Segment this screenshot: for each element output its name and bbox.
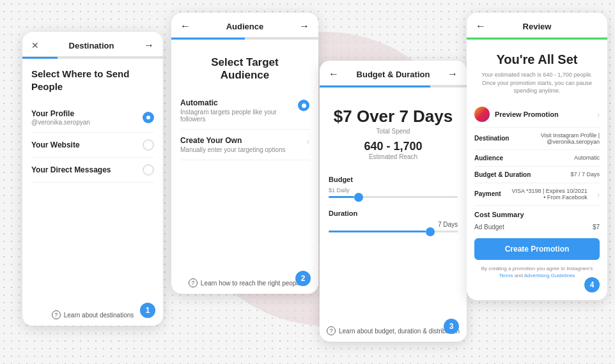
option-website-label: Your Website [31, 140, 80, 149]
radio-website[interactable] [143, 139, 154, 151]
radio-dm[interactable] [143, 164, 154, 176]
review-row-destination: Destination Visit Instagram Profile | @v… [474, 128, 600, 150]
phones-container: ✕ Destination → Select Where to Send Peo… [0, 0, 615, 364]
budget-slider-section: Budget $1 Daily [329, 176, 458, 198]
duration-value: 7 Days [329, 221, 458, 228]
phone4-progress-fill [467, 38, 607, 40]
phone2-section-title: Select Target Audience [180, 56, 309, 82]
phone-destination: ✕ Destination → Select Where to Send Peo… [22, 32, 163, 326]
review-row-audience: Audience Automatic [474, 150, 600, 167]
phone-budget: ← Budget & Duration → $7 Over 7 Days Tot… [320, 61, 467, 342]
terms-text: By creating a promotion you agree to Ins… [474, 265, 600, 279]
step-badge-2: 2 [295, 271, 311, 286]
review-subtitle: Your estimated reach is 640 - 1,700 peop… [474, 71, 600, 95]
step-badge-3: 3 [444, 319, 459, 334]
review-audience-value: Automatic [574, 155, 600, 161]
budget-reach-label: Estimated Reach [329, 153, 458, 160]
create-promotion-button[interactable]: Create Promotion [474, 238, 600, 260]
budget-reach: 640 - 1,700 [329, 140, 458, 153]
cost-summary-title: Cost Summary [474, 211, 600, 218]
phone1-help-text[interactable]: Learn about destinations [64, 312, 134, 319]
audience-custom-label: Create Your Own [180, 136, 286, 145]
terms-prefix: By creating a promotion you agree to Ins… [481, 266, 593, 271]
preview-avatar [474, 107, 490, 122]
phone2-progress-fill [171, 38, 245, 40]
destination-option-dm[interactable]: Your Direct Messages [31, 158, 154, 183]
phone2-back-arrow[interactable]: ← [180, 20, 191, 32]
review-row-budget: Budget & Duration $7 / 7 Days [474, 167, 600, 183]
review-destination-value: Visit Instagram Profile | @veronika.sero… [523, 132, 600, 145]
phone3-forward-arrow[interactable]: → [448, 68, 458, 80]
phone3-help-text[interactable]: Learn about budget, duration & distribut… [339, 328, 460, 335]
duration-slider-section: Duration 7 Days [329, 209, 458, 232]
help-icon-3[interactable]: ? [327, 326, 336, 335]
phone4-title: Review [523, 22, 552, 31]
selected-dot-inner [302, 103, 306, 108]
option-profile-text: Your Profile @veronika.seropyan [31, 109, 90, 126]
help-icon-2[interactable]: ? [189, 278, 198, 287]
duration-thumb[interactable] [426, 227, 435, 236]
chevron-right-icon: › [307, 137, 309, 146]
audience-custom-text: Create Your Own Manually enter your targ… [180, 136, 286, 153]
phone4-back-arrow[interactable]: ← [476, 20, 486, 32]
selected-dot-automatic [298, 100, 309, 111]
preview-chevron: › [597, 110, 600, 119]
option-profile-label: Your Profile [31, 109, 90, 118]
review-budget-value: $7 / 7 Days [570, 171, 600, 178]
audience-automatic-sub: Instagram targets people like your follo… [180, 109, 298, 123]
phone2-progress-bar [171, 38, 318, 40]
destination-option-website[interactable]: Your Website [31, 133, 154, 158]
review-row-payment[interactable]: Payment VISA *3198 | Expires 10/2021 • F… [474, 183, 600, 206]
preview-label: Preview Promotion [495, 110, 597, 118]
terms-link[interactable]: Terms [499, 273, 513, 278]
phone3-back-arrow[interactable]: ← [329, 68, 339, 80]
ad-budget-row: Ad Budget $7 [474, 221, 600, 233]
phone4-header: ← Review [467, 13, 607, 38]
phone1-progress-fill [22, 57, 58, 59]
terms-and: and [515, 273, 523, 278]
duration-label: Duration [329, 209, 458, 217]
phone4-progress-bar [467, 38, 607, 40]
close-icon[interactable]: ✕ [31, 40, 39, 50]
audience-automatic-text: Automatic Instagram targets people like … [180, 98, 298, 123]
help-icon-1[interactable]: ? [52, 310, 61, 319]
phone-audience: ← Audience → Select Target Audience Auto… [171, 13, 318, 294]
phone1-title: Destination [69, 41, 114, 50]
budget-label: Budget [329, 176, 458, 183]
budget-amount: $7 Over 7 Days [329, 107, 458, 126]
review-title: You're All Set [474, 52, 600, 67]
step-badge-1: 1 [140, 303, 155, 318]
audience-automatic-label: Automatic [180, 98, 298, 107]
phone1-forward-arrow[interactable]: → [144, 40, 154, 51]
budget-track [329, 196, 458, 198]
budget-header: $7 Over 7 Days Total Spend 640 - 1,700 E… [329, 96, 458, 167]
payment-chevron: › [597, 190, 600, 199]
phone2-help-text[interactable]: Learn how to reach the right people [201, 280, 301, 287]
phone3-header: ← Budget & Duration → [320, 61, 467, 86]
phone2-forward-arrow[interactable]: → [299, 20, 309, 32]
budget-total-label: Total Spend [329, 128, 458, 135]
duration-track [329, 231, 458, 232]
phone3-body: $7 Over 7 Days Total Spend 640 - 1,700 E… [320, 87, 467, 244]
review-audience-label: Audience [474, 155, 503, 162]
preview-promotion-row[interactable]: Preview Promotion › [474, 102, 600, 128]
destination-option-profile[interactable]: Your Profile @veronika.seropyan [31, 103, 154, 133]
duration-fill [329, 231, 426, 232]
advertising-guidelines-link[interactable]: Advertising Guidelines [524, 273, 575, 278]
phone1-body: Select Where to Send People Your Profile… [22, 59, 163, 192]
audience-option-automatic[interactable]: Automatic Instagram targets people like … [180, 92, 309, 130]
phone-review: ← Review You're All Set Your estimated r… [467, 13, 607, 300]
phone3-progress-bar [320, 86, 467, 87]
phone2-title: Audience [226, 22, 264, 31]
phone3-progress-fill [320, 86, 430, 87]
audience-option-custom[interactable]: Create Your Own Manually enter your targ… [180, 130, 309, 160]
phone1-progress-bar [22, 57, 163, 59]
radio-profile-inner [146, 116, 150, 119]
phone2-body: Select Target Audience Automatic Instagr… [171, 40, 318, 169]
review-budget-label: Budget & Duration [474, 171, 531, 178]
radio-profile[interactable] [143, 112, 154, 123]
phone2-header: ← Audience → [171, 13, 318, 38]
review-destination-label: Destination [474, 135, 509, 142]
phone3-title: Budget & Duration [357, 70, 430, 79]
budget-thumb[interactable] [354, 193, 363, 202]
